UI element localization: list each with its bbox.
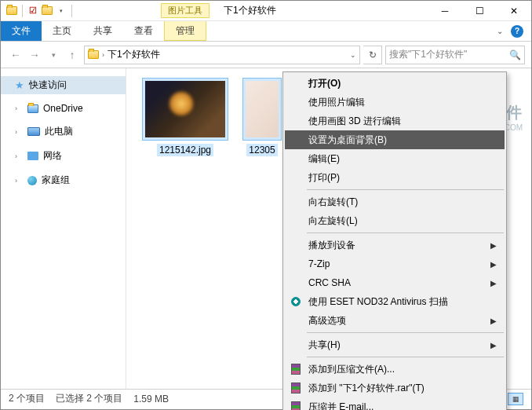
- sidebar-item-homegroup[interactable]: › 家庭组: [1, 171, 126, 189]
- pc-icon: [27, 127, 40, 136]
- menu-rar-email[interactable]: 压缩并 E-mail...: [285, 397, 505, 410]
- chevron-right-icon: ▶: [490, 279, 497, 287]
- chevron-right-icon: ▶: [490, 241, 497, 250]
- homegroup-icon: [27, 176, 37, 185]
- menu-rotate-right[interactable]: 向右旋转(T): [285, 192, 505, 211]
- view-thumbnails-button[interactable]: ▦: [508, 393, 523, 405]
- help-icon[interactable]: ?: [511, 25, 523, 38]
- forward-button[interactable]: →: [26, 46, 43, 64]
- menu-paint3d[interactable]: 使用画图 3D 进行编辑: [285, 112, 505, 130]
- chevron-icon: ›: [15, 177, 23, 185]
- menu-rar-add[interactable]: 添加到压缩文件(A)...: [285, 360, 505, 379]
- tab-view[interactable]: 查看: [123, 21, 164, 41]
- chevron-right-icon: ▶: [490, 260, 497, 269]
- navigation-bar: ← → ▾ ↑ › 下1个好软件 ⌄ ↻ 搜索"下1个好软件" 🔍: [1, 42, 531, 68]
- sidebar-item-network[interactable]: › 网络: [1, 147, 126, 165]
- window-title: 下1个好软件: [224, 4, 276, 17]
- up-button[interactable]: ↑: [64, 46, 81, 64]
- sidebar-label: 家庭组: [42, 174, 70, 187]
- item-count: 2 个项目: [9, 392, 45, 405]
- sidebar-item-this-pc[interactable]: › 此电脑: [1, 123, 126, 141]
- navigation-pane: ★ 快速访问 › OneDrive › 此电脑 › 网络 › 家庭组: [1, 68, 126, 389]
- menu-edit[interactable]: 编辑(E): [285, 149, 505, 168]
- menu-rar-addto[interactable]: 添加到 "下1个好软件.rar"(T): [285, 379, 505, 397]
- menu-cast[interactable]: 播放到设备▶: [285, 236, 505, 254]
- sidebar-label: 此电脑: [45, 125, 73, 138]
- search-icon[interactable]: 🔍: [509, 49, 521, 60]
- path-dropdown-icon[interactable]: ⌄: [350, 51, 356, 59]
- chevron-right-icon: ▶: [490, 317, 497, 325]
- file-name[interactable]: 12305: [246, 144, 277, 156]
- sidebar-label: 网络: [43, 149, 62, 163]
- menu-eset-scan[interactable]: 使用 ESET NOD32 Antivirus 扫描: [285, 292, 505, 311]
- menu-open[interactable]: 打开(O): [285, 74, 505, 93]
- context-menu: 打开(O) 使用照片编辑 使用画图 3D 进行编辑 设置为桌面背景(B) 编辑(…: [282, 71, 507, 410]
- tab-manage[interactable]: 管理: [164, 21, 206, 41]
- eset-icon: [290, 295, 302, 308]
- tab-home[interactable]: 主页: [42, 21, 82, 41]
- close-button[interactable]: ✕: [497, 1, 531, 21]
- menu-7zip[interactable]: 7-Zip▶: [285, 254, 505, 273]
- qat-overflow[interactable]: ▾: [55, 5, 67, 17]
- ribbon-tabs: 文件 主页 共享 查看 管理 ⌄ ?: [1, 21, 531, 42]
- folder-icon: [88, 50, 99, 59]
- menu-advanced[interactable]: 高级选项▶: [285, 311, 505, 330]
- minimize-button[interactable]: ─: [428, 1, 462, 21]
- folder-icon[interactable]: [5, 5, 18, 17]
- tab-file[interactable]: 文件: [1, 21, 42, 41]
- onedrive-icon: [27, 104, 38, 113]
- file-name[interactable]: 1215142.jpg: [157, 144, 213, 156]
- sidebar-label: 快速访问: [29, 79, 67, 92]
- selection-size: 1.59 MB: [133, 394, 169, 405]
- back-button[interactable]: ←: [7, 46, 24, 64]
- recent-dropdown[interactable]: ▾: [45, 46, 62, 64]
- maximize-button[interactable]: ☐: [462, 1, 497, 21]
- chevron-icon: ›: [15, 104, 23, 112]
- thumbnail[interactable]: [142, 78, 228, 141]
- search-placeholder: 搜索"下1个好软件": [389, 48, 509, 61]
- ribbon-expand-icon[interactable]: ⌄: [497, 27, 503, 35]
- winrar-icon: [290, 363, 302, 375]
- selection-count: 已选择 2 个项目: [56, 392, 122, 405]
- file-item[interactable]: 12305: [242, 78, 282, 156]
- folder-icon[interactable]: [41, 5, 53, 17]
- sidebar-item-quick-access[interactable]: ★ 快速访问: [1, 76, 126, 94]
- sidebar-item-onedrive[interactable]: › OneDrive: [1, 101, 126, 116]
- properties-checkbox[interactable]: ☑: [27, 5, 39, 17]
- menu-crcsha[interactable]: CRC SHA▶: [285, 273, 505, 292]
- contextual-tab-label: 图片工具: [161, 3, 210, 18]
- path-segment[interactable]: 下1个好软件: [107, 48, 347, 61]
- chevron-icon: ›: [15, 128, 23, 136]
- menu-share[interactable]: 共享(H)▶: [285, 335, 505, 354]
- menu-photo-edit[interactable]: 使用照片编辑: [285, 93, 505, 112]
- search-input[interactable]: 搜索"下1个好软件" 🔍: [385, 46, 525, 64]
- menu-rotate-left[interactable]: 向左旋转(L): [285, 211, 505, 230]
- title-bar: ☑ ▾ 图片工具 下1个好软件 ─ ☐ ✕: [1, 1, 531, 21]
- sidebar-label: OneDrive: [43, 103, 83, 114]
- winrar-icon: [290, 382, 302, 394]
- quick-access-toolbar: ☑ ▾: [1, 5, 75, 17]
- menu-print[interactable]: 打印(P): [285, 168, 505, 187]
- chevron-right-icon: ▶: [490, 341, 497, 350]
- menu-set-wallpaper[interactable]: 设置为桌面背景(B): [285, 130, 505, 149]
- thumbnail[interactable]: [242, 78, 282, 141]
- star-icon: ★: [15, 79, 24, 91]
- refresh-button[interactable]: ↻: [363, 46, 382, 64]
- chevron-icon: ›: [15, 152, 23, 160]
- tab-share[interactable]: 共享: [82, 21, 123, 41]
- address-bar[interactable]: › 下1个好软件 ⌄: [84, 46, 360, 64]
- winrar-icon: [290, 401, 302, 410]
- file-item[interactable]: 1215142.jpg: [142, 78, 228, 156]
- network-icon: [27, 152, 38, 160]
